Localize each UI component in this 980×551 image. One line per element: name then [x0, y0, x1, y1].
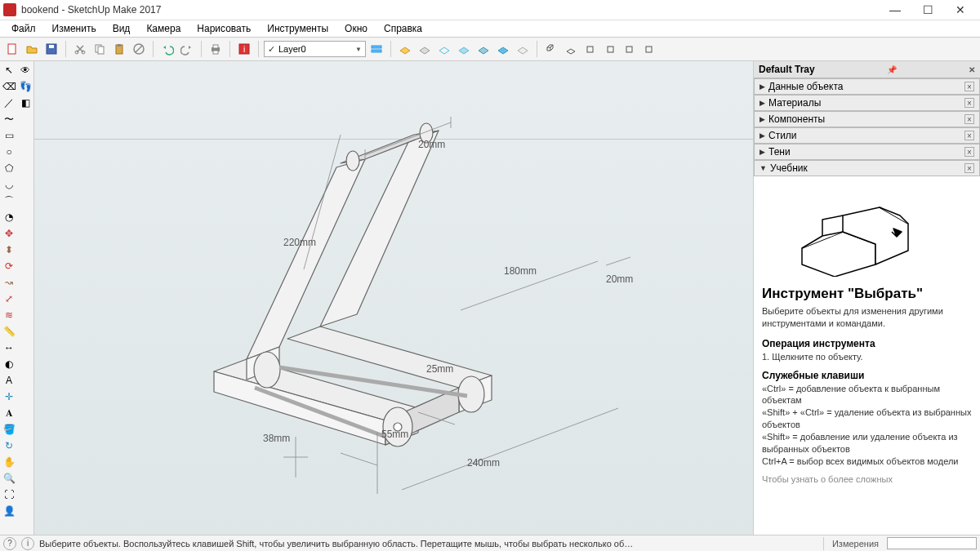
- paint-tool-icon[interactable]: 🪣: [2, 422, 16, 437]
- layer-selector[interactable]: ✓ Layer0 ▼: [264, 41, 366, 57]
- view-mono-icon[interactable]: [514, 40, 532, 58]
- menu-window[interactable]: Окно: [338, 21, 374, 36]
- panel-close-icon[interactable]: ×: [964, 114, 974, 124]
- new-file-icon[interactable]: [3, 40, 21, 58]
- panel-close-icon[interactable]: ×: [964, 163, 974, 173]
- save-icon[interactable]: [42, 40, 60, 58]
- tray-panel-materials[interactable]: ▶Материалы×: [754, 95, 980, 111]
- svg-rect-2: [49, 45, 54, 48]
- zoom-extents-icon[interactable]: ⛶: [2, 487, 16, 502]
- close-button[interactable]: ✕: [944, 0, 977, 20]
- axes-tool-icon[interactable]: ✛: [2, 389, 16, 404]
- delete-icon[interactable]: [130, 40, 148, 58]
- line-tool-icon[interactable]: ／: [2, 96, 16, 110]
- menu-file[interactable]: Файл: [5, 21, 42, 36]
- paste-icon[interactable]: [110, 40, 128, 58]
- view-xray-icon[interactable]: [396, 40, 414, 58]
- side-tray: Default Tray 📌 ✕ ▶Данные объекта× ▶Матер…: [753, 61, 980, 535]
- followme-tool-icon[interactable]: ↝: [2, 275, 16, 290]
- view-back2-icon[interactable]: [621, 40, 639, 58]
- circle-tool-icon[interactable]: ○: [2, 144, 16, 159]
- menu-draw[interactable]: Нарисовать: [190, 21, 257, 36]
- view-top-icon[interactable]: [562, 40, 580, 58]
- window-title: bookend - SketchUp Make 2017: [21, 4, 879, 16]
- pin-icon[interactable]: 📌: [887, 65, 897, 74]
- undo-icon[interactable]: [158, 40, 176, 58]
- tray-panel-entity[interactable]: ▶Данные объекта×: [754, 78, 980, 95]
- tray-panel-instructor[interactable]: ▼Учебник×: [754, 160, 980, 176]
- view-front-icon[interactable]: [581, 40, 599, 58]
- info-icon[interactable]: i: [21, 537, 34, 550]
- cut-icon[interactable]: [71, 40, 89, 58]
- measurements-input[interactable]: [887, 537, 977, 549]
- minimize-button[interactable]: —: [879, 0, 911, 20]
- svg-point-22: [346, 151, 359, 171]
- eraser-tool-icon[interactable]: ⌫: [2, 79, 16, 94]
- menu-edit[interactable]: Изменить: [46, 21, 103, 36]
- titlebar: bookend - SketchUp Make 2017 — ☐ ✕: [0, 0, 980, 20]
- pushpull-tool-icon[interactable]: ⬍: [2, 242, 16, 257]
- tray-close-icon[interactable]: ✕: [969, 65, 975, 74]
- svg-rect-8: [118, 44, 121, 47]
- 3dtext-tool-icon[interactable]: 𝐀: [2, 406, 16, 420]
- instructor-more: Чтобы узнать о более сложных: [762, 473, 972, 486]
- tape-tool-icon[interactable]: 📏: [2, 324, 16, 339]
- help-icon[interactable]: ?: [3, 537, 16, 550]
- protractor-tool-icon[interactable]: ◐: [2, 357, 16, 371]
- menu-camera[interactable]: Камера: [140, 21, 187, 36]
- model-info-icon[interactable]: i: [235, 40, 253, 58]
- redo-icon[interactable]: [178, 40, 196, 58]
- instructor-illustration: [762, 183, 972, 281]
- text-tool-icon[interactable]: A: [2, 373, 16, 388]
- open-file-icon[interactable]: [23, 40, 41, 58]
- menu-help[interactable]: Справка: [377, 21, 429, 36]
- offset-tool-icon[interactable]: ≋: [2, 308, 16, 322]
- panel-close-icon[interactable]: ×: [964, 131, 974, 140]
- copy-icon[interactable]: [91, 40, 109, 58]
- panel-close-icon[interactable]: ×: [964, 147, 974, 157]
- view-iso-icon[interactable]: [542, 40, 560, 58]
- zoom-tool-icon[interactable]: 🔍: [2, 471, 16, 486]
- instructor-key: «Ctrl» = добавление объекта к выбранным …: [762, 383, 972, 407]
- walk-tool-icon[interactable]: 👣: [18, 79, 33, 94]
- viewport[interactable]: 20mm 220mm 180mm 20mm 25mm 55mm 38mm 240…: [34, 61, 753, 535]
- print-icon[interactable]: [207, 40, 225, 58]
- polygon-tool-icon[interactable]: ⬠: [2, 161, 16, 176]
- tray-panel-shadows[interactable]: ▶Тени×: [754, 144, 980, 160]
- look-around-icon[interactable]: 👁: [18, 63, 33, 78]
- panel-close-icon[interactable]: ×: [964, 82, 974, 91]
- move-tool-icon[interactable]: ✥: [2, 226, 16, 241]
- tray-panel-components[interactable]: ▶Компоненты×: [754, 111, 980, 127]
- select-tool-icon[interactable]: ↖: [2, 63, 16, 78]
- scale-tool-icon[interactable]: ⤢: [2, 291, 16, 306]
- freehand-tool-icon[interactable]: 〜: [2, 112, 16, 127]
- dimension-label: 180mm: [504, 265, 537, 277]
- view-wireframe-icon[interactable]: [435, 40, 453, 58]
- panel-close-icon[interactable]: ×: [964, 98, 974, 108]
- rectangle-tool-icon[interactable]: ▭: [2, 128, 16, 143]
- position-camera-icon[interactable]: 👤: [2, 504, 16, 518]
- menu-view[interactable]: Вид: [106, 21, 137, 36]
- section-tool-icon[interactable]: ◧: [18, 96, 33, 110]
- maximize-button[interactable]: ☐: [911, 0, 944, 20]
- pan-tool-icon[interactable]: ✋: [2, 455, 16, 469]
- view-back-icon[interactable]: [416, 40, 434, 58]
- view-right-icon[interactable]: [601, 40, 619, 58]
- svg-rect-13: [213, 51, 218, 54]
- menu-tools[interactable]: Инструменты: [261, 21, 335, 36]
- dimension-tool-icon[interactable]: ↔: [2, 340, 16, 355]
- layer-manager-icon[interactable]: [368, 40, 385, 58]
- view-hidden-icon[interactable]: [455, 40, 473, 58]
- tray-header[interactable]: Default Tray 📌 ✕: [754, 61, 980, 78]
- arc-tool-icon[interactable]: ◡: [2, 177, 16, 192]
- view-left-icon[interactable]: [640, 40, 658, 58]
- arc2-tool-icon[interactable]: ⌒: [2, 193, 16, 208]
- view-shaded-tex-icon[interactable]: [494, 40, 512, 58]
- pie-tool-icon[interactable]: ◔: [2, 210, 16, 224]
- rotate-tool-icon[interactable]: ⟳: [2, 259, 16, 273]
- dimension-label: 38mm: [263, 433, 290, 444]
- tray-panel-styles[interactable]: ▶Стили×: [754, 127, 980, 144]
- orbit-tool-icon[interactable]: ↻: [2, 438, 16, 453]
- dimension-label: 240mm: [467, 457, 500, 469]
- view-shaded-icon[interactable]: [474, 40, 492, 58]
